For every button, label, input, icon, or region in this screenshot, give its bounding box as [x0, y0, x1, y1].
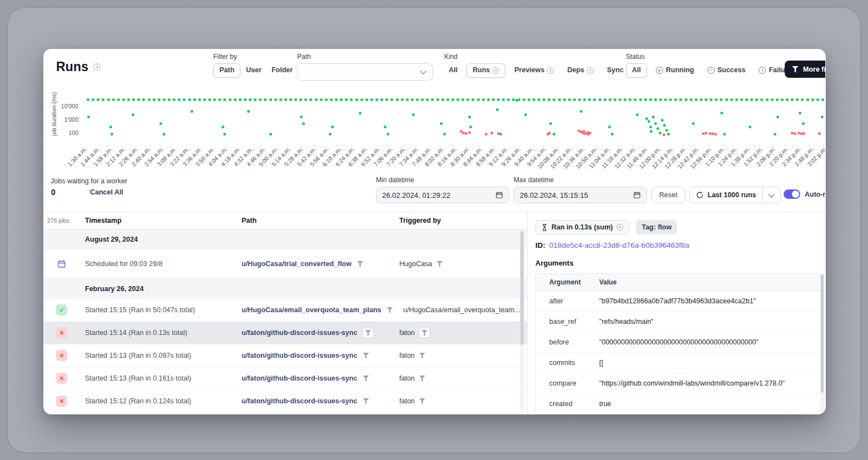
chart-point[interactable] [821, 116, 824, 118]
chart-point[interactable] [524, 113, 527, 116]
chart-point[interactable] [710, 98, 713, 101]
chart-point[interactable] [213, 98, 216, 101]
chart-point[interactable] [304, 98, 307, 101]
chart-point[interactable] [471, 98, 474, 101]
chart-point[interactable] [401, 98, 404, 101]
more-filters-button[interactable]: More filters [785, 61, 826, 78]
chart-point[interactable] [755, 98, 758, 101]
chart-point[interactable] [624, 98, 626, 101]
chart-point[interactable] [456, 98, 459, 101]
chart-point[interactable] [663, 124, 666, 127]
chart-point[interactable] [289, 98, 292, 101]
chart-point[interactable] [588, 98, 591, 101]
chart-point[interactable] [325, 98, 328, 101]
chart-point[interactable] [229, 98, 232, 101]
chart-point[interactable] [507, 98, 510, 101]
chart-point[interactable] [302, 122, 305, 125]
chart-point[interactable] [412, 113, 415, 116]
chart-point[interactable] [735, 98, 738, 101]
job-row[interactable]: Scheduled for 09:03 29/8 u/HugoCasa/tria… [44, 249, 527, 279]
chart-point[interactable] [274, 98, 277, 101]
chart-point[interactable] [720, 112, 723, 114]
chart-point[interactable] [543, 98, 545, 101]
chart-point[interactable] [799, 112, 801, 114]
chart-point[interactable] [122, 98, 125, 101]
chart-point[interactable] [497, 98, 500, 101]
chart-point[interactable] [487, 98, 490, 101]
chart-point[interactable] [360, 98, 363, 101]
chart-point[interactable] [239, 98, 242, 101]
chart-point[interactable] [818, 132, 821, 135]
chart-point[interactable] [208, 98, 211, 101]
chart-point[interactable] [714, 133, 717, 136]
chart-point[interactable] [477, 98, 480, 101]
last-runs-dropdown[interactable] [762, 187, 780, 203]
chart-point[interactable] [222, 126, 224, 128]
chart-point[interactable] [102, 98, 104, 101]
chart-point[interactable] [159, 122, 162, 125]
chart-point[interactable] [573, 98, 576, 101]
chart-point[interactable] [663, 133, 665, 136]
chart-point[interactable] [264, 98, 267, 101]
chart-point[interactable] [774, 133, 776, 136]
chart-point[interactable] [549, 122, 552, 125]
argument-row[interactable]: base_ref "refs/heads/main" [536, 312, 821, 332]
chart-point[interactable] [771, 98, 774, 101]
detail-scrollbar[interactable] [820, 273, 824, 413]
chart-point[interactable] [315, 98, 318, 101]
chart-point[interactable] [163, 98, 165, 101]
chart-point[interactable] [384, 126, 387, 128]
chart-point[interactable] [223, 98, 226, 101]
chart-point[interactable] [781, 98, 784, 101]
kind-runs-button[interactable]: Runs i [466, 63, 505, 78]
chart-point[interactable] [548, 98, 550, 101]
chart-point[interactable] [802, 132, 805, 135]
status-running-button[interactable]: Running [651, 63, 699, 78]
chart-point[interactable] [760, 98, 763, 101]
chart-point[interactable] [158, 98, 160, 101]
chart-point[interactable] [496, 108, 499, 111]
chart-point[interactable] [234, 98, 237, 101]
chart-point[interactable] [355, 98, 358, 101]
chart-point[interactable] [259, 98, 262, 101]
chart-point[interactable] [558, 98, 561, 101]
chart-point[interactable] [791, 132, 794, 134]
chart-point[interactable] [796, 98, 799, 101]
chart-point[interactable] [335, 98, 338, 101]
cancel-all-button[interactable]: Cancel All [87, 186, 127, 198]
chart-point[interactable] [502, 98, 505, 101]
chart-point[interactable] [109, 126, 112, 128]
chart-point[interactable] [656, 127, 659, 130]
chart-point[interactable] [497, 132, 500, 135]
chart-point[interactable] [249, 98, 252, 101]
chart-point[interactable] [365, 98, 368, 101]
chart-point[interactable] [218, 98, 221, 101]
chart-point[interactable] [776, 116, 779, 118]
chart-point[interactable] [705, 98, 708, 101]
filter-funnel-button[interactable] [357, 261, 364, 267]
chart-point[interactable] [436, 98, 439, 101]
chart-point[interactable] [485, 133, 488, 136]
chart-point[interactable] [801, 98, 804, 101]
chart-point[interactable] [153, 98, 155, 101]
chart-point[interactable] [639, 98, 642, 101]
chart-point[interactable] [523, 98, 525, 101]
job-row[interactable]: ✕ Started 15:13 (Ran in 0.097s total) u/… [44, 344, 527, 367]
last-runs-button[interactable]: Last 1000 runs [690, 187, 762, 203]
chart-point[interactable] [132, 113, 134, 116]
chart-point[interactable] [659, 132, 661, 134]
chart-point[interactable] [396, 98, 399, 101]
chart-point[interactable] [679, 98, 682, 101]
filter-funnel-button[interactable] [419, 328, 430, 338]
chart-point[interactable] [690, 98, 693, 101]
filter-funnel-button[interactable] [362, 352, 369, 359]
chart-point[interactable] [816, 98, 819, 101]
chart-point[interactable] [659, 98, 662, 101]
argument-row[interactable]: commits [] [536, 353, 821, 373]
chart-point[interactable] [490, 132, 493, 134]
job-row[interactable]: ✓ Started 15:15 (Ran in 50.047s total) u… [44, 299, 527, 322]
chart-point[interactable] [705, 132, 708, 134]
chart-point[interactable] [469, 126, 472, 128]
job-path-link[interactable]: u/HugoCasa/email_overquota_team_plans [242, 306, 381, 314]
chart-point[interactable] [380, 98, 383, 101]
